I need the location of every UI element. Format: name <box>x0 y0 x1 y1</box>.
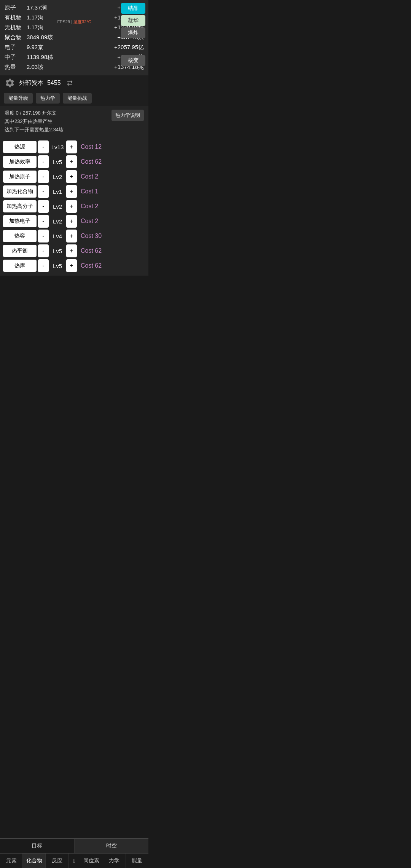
upgrade-cost-0: Cost 12 <box>81 144 102 150</box>
thermodynamics-help-button[interactable]: 热力学说明 <box>112 110 144 121</box>
upgrade-name-btn-1[interactable]: 加热效率 <box>3 156 37 168</box>
upgrade-plus-btn-7[interactable]: + <box>66 244 77 257</box>
stats-section: FPS29 | 温度32°C 结晶 凝华 爆炸 原子 17.37润 +113.2… <box>0 0 148 75</box>
tab-energy-upgrade[interactable]: 能量升级 <box>4 93 33 104</box>
upgrade-minus-btn-3[interactable]: - <box>38 185 49 198</box>
upgrade-plus-btn-3[interactable]: + <box>66 185 77 198</box>
upgrade-minus-btn-8[interactable]: - <box>38 259 49 272</box>
upgrade-row: 加热高分子 - Lv2 + Cost 2 <box>3 200 145 213</box>
info-line3: 达到下一开需要热量2.34垓 <box>5 126 64 134</box>
upgrade-row: 加热原子 - Lv2 + Cost 2 <box>3 170 145 183</box>
upgrade-minus-btn-4[interactable]: - <box>38 200 49 213</box>
electron-value: 9.92京 <box>27 43 91 52</box>
upgrade-level-5: Lv2 <box>50 218 65 225</box>
upgrade-cost-5: Cost 2 <box>81 218 98 225</box>
upgrade-level-6: Lv4 <box>50 233 65 239</box>
upgrade-plus-btn-1[interactable]: + <box>66 155 77 168</box>
info-section: 温度 0 / 257.198 开尔文 其中232开由热量产生 达到下一开需要热量… <box>0 106 148 137</box>
upgrade-level-2: Lv2 <box>50 174 65 180</box>
upgrade-level-4: Lv2 <box>50 203 65 210</box>
upgrade-name-btn-6[interactable]: 热容 <box>3 230 37 242</box>
upgrade-plus-btn-4[interactable]: + <box>66 200 77 213</box>
upgrade-row: 热容 - Lv4 + Cost 30 <box>3 230 145 243</box>
info-text: 温度 0 / 257.198 开尔文 其中232开由热量产生 达到下一开需要热量… <box>5 109 64 134</box>
upgrade-cost-4: Cost 2 <box>81 203 98 210</box>
upgrade-minus-btn-6[interactable]: - <box>38 230 49 243</box>
nuclear-btn-container: 核变 <box>121 55 145 66</box>
upgrade-cost-6: Cost 30 <box>81 233 102 239</box>
upgrade-plus-btn-0[interactable]: + <box>66 140 77 153</box>
upgrade-level-8: Lv5 <box>50 263 65 269</box>
upgrade-name-btn-7[interactable]: 热平衡 <box>3 245 37 257</box>
upgrade-plus-btn-6[interactable]: + <box>66 230 77 243</box>
polymer-label: 聚合物 <box>5 33 27 42</box>
organic-label: 有机物 <box>5 13 27 22</box>
info-line2: 其中232开由热量产生 <box>5 117 64 126</box>
upgrade-name-btn-8[interactable]: 热库 <box>3 260 37 272</box>
upgrade-name-btn-5[interactable]: 加热电子 <box>3 215 37 227</box>
upgrade-plus-btn-2[interactable]: + <box>66 170 77 183</box>
capital-row: 外部资本 5455 ⇄ <box>0 75 148 91</box>
upgrade-name-btn-3[interactable]: 加热化合物 <box>3 185 37 198</box>
upgrade-row: 加热电子 - Lv2 + Cost 2 <box>3 215 145 228</box>
upgrade-minus-btn-0[interactable]: - <box>38 140 49 153</box>
upgrade-row: 热库 - Lv5 + Cost 62 <box>3 259 145 272</box>
upgrade-name-btn-4[interactable]: 加热高分子 <box>3 200 37 212</box>
organic-value: 1.17沟 <box>27 13 91 22</box>
neutron-label: 中子 <box>5 53 27 62</box>
upgrade-cost-3: Cost 1 <box>81 188 98 195</box>
polymer-value: 3849.89垓 <box>27 33 91 42</box>
info-line1: 温度 0 / 257.198 开尔文 <box>5 109 64 117</box>
shuffle-icon[interactable]: ⇄ <box>67 79 73 87</box>
tab-thermodynamics[interactable]: 热力学 <box>36 93 60 104</box>
stat-row-electron: 电子 9.92京 +2057.95亿 <box>5 43 144 52</box>
upgrade-plus-btn-8[interactable]: + <box>66 259 77 272</box>
heat-label: 热量 <box>5 62 27 72</box>
capital-value: 5455 <box>47 80 61 86</box>
upgrade-level-7: Lv5 <box>50 248 65 254</box>
stat-row-neutron: 中子 1139.98秭 +122.43垓 核变 <box>5 53 144 62</box>
neutron-value: 1139.98秭 <box>27 53 91 62</box>
crystal-button[interactable]: 结晶 <box>121 3 145 14</box>
electron-label: 电子 <box>5 43 27 52</box>
gear-icon[interactable] <box>5 78 15 88</box>
upgrade-level-0: Lv13 <box>50 144 65 150</box>
upgrade-minus-btn-2[interactable]: - <box>38 170 49 183</box>
capital-label: 外部资本 <box>19 79 43 87</box>
upgrade-level-3: Lv1 <box>50 188 65 195</box>
upgrade-minus-btn-5[interactable]: - <box>38 215 49 228</box>
upgrade-cost-1: Cost 62 <box>81 158 102 165</box>
upgrade-row: 加热效率 - Lv5 + Cost 62 <box>3 155 145 168</box>
inorganic-label: 无机物 <box>5 23 27 32</box>
atom-value: 17.37润 <box>27 3 91 12</box>
upgrade-minus-btn-1[interactable]: - <box>38 155 49 168</box>
upgrade-minus-btn-7[interactable]: - <box>38 244 49 257</box>
upgrade-row: 热平衡 - Lv5 + Cost 62 <box>3 244 145 257</box>
tab-row: 能量升级 热力学 能量挑战 <box>0 91 148 106</box>
upgrade-cost-2: Cost 2 <box>81 173 98 180</box>
electron-rate: +2057.95亿 <box>91 43 144 52</box>
heat-value: 2.03垓 <box>27 62 91 72</box>
inorganic-value: 1.17沟 <box>27 23 91 32</box>
upgrade-cost-7: Cost 62 <box>81 247 102 254</box>
explode-button[interactable]: 爆炸 <box>121 27 145 38</box>
upgrade-plus-btn-5[interactable]: + <box>66 215 77 228</box>
condense-button[interactable]: 凝华 <box>121 15 145 26</box>
upgrade-row: 热源 - Lv13 + Cost 12 <box>3 140 145 153</box>
right-buttons: 结晶 凝华 爆炸 <box>121 3 145 38</box>
upgrades-section: 热源 - Lv13 + Cost 12 加热效率 - Lv5 + Cost 62… <box>0 137 148 276</box>
upgrade-name-btn-0[interactable]: 热源 <box>3 141 37 153</box>
upgrade-row: 加热化合物 - Lv1 + Cost 1 <box>3 185 145 198</box>
nuclear-button[interactable]: 核变 <box>121 55 145 66</box>
upgrade-cost-8: Cost 62 <box>81 262 102 269</box>
tab-energy-challenge[interactable]: 能量挑战 <box>63 93 92 104</box>
upgrade-level-1: Lv5 <box>50 159 65 165</box>
atom-label: 原子 <box>5 3 27 12</box>
upgrade-name-btn-2[interactable]: 加热原子 <box>3 171 37 183</box>
